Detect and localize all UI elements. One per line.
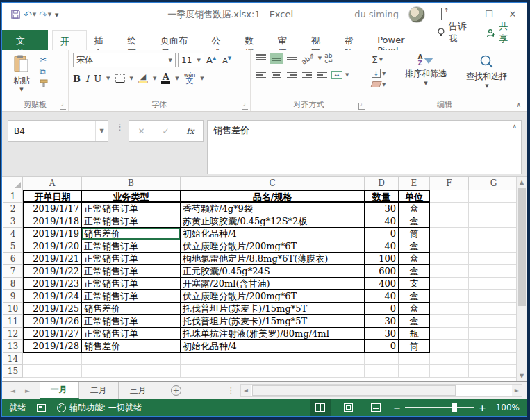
cell-A5[interactable]: 2019/1/20: [23, 240, 82, 253]
cell-E4[interactable]: 筒: [399, 228, 430, 240]
zoom-out-icon[interactable]: −: [393, 403, 401, 413]
decrease-font-icon[interactable]: A▼: [222, 56, 235, 65]
font-color-icon[interactable]: A: [161, 73, 170, 84]
cell-A8[interactable]: 2019/1/23: [23, 278, 82, 290]
cell-G5[interactable]: [469, 240, 519, 253]
cell-D6[interactable]: 100: [365, 253, 399, 265]
cell-D3[interactable]: 40: [365, 215, 399, 228]
cell-D13[interactable]: 0: [365, 340, 399, 353]
cell-D14[interactable]: [365, 353, 399, 365]
row-header-3[interactable]: 3: [3, 215, 23, 228]
cell-D1[interactable]: 数量: [365, 190, 399, 203]
cell-E2[interactable]: 盒: [399, 203, 430, 215]
zoom-slider[interactable]: [405, 407, 474, 408]
cell-E1[interactable]: 单位: [399, 190, 430, 203]
orientation-icon[interactable]: ab⇗: [300, 51, 316, 66]
row-header-8[interactable]: 8: [3, 278, 23, 290]
cell-G1[interactable]: [469, 190, 519, 203]
underline-icon[interactable]: U: [94, 74, 101, 84]
align-left-icon[interactable]: [255, 69, 267, 81]
select-all-corner[interactable]: [3, 177, 23, 190]
row-header-10[interactable]: 10: [3, 303, 23, 315]
minimize-button[interactable]: —: [458, 9, 472, 19]
autosum-icon[interactable]: Σ▼: [372, 54, 395, 65]
cell-F3[interactable]: [430, 215, 469, 228]
cell-B14[interactable]: [82, 353, 181, 365]
tab-数据[interactable]: 数据: [237, 30, 270, 50]
cell-G6[interactable]: [469, 253, 519, 265]
cell-G12[interactable]: [469, 328, 519, 340]
cell-C14[interactable]: [181, 353, 365, 365]
column-header-D[interactable]: D: [365, 177, 399, 190]
name-box-dropdown-icon[interactable]: ▼: [95, 121, 108, 141]
cell-A2[interactable]: 2019/1/17: [23, 203, 82, 215]
cell-C8[interactable]: 开塞露/20ml(含甘油): [181, 278, 365, 290]
enter-icon[interactable]: ✓: [162, 126, 169, 136]
cell-C7[interactable]: 正元胶囊/0.45g*24S: [181, 265, 365, 278]
cell-A7[interactable]: 2019/1/22: [23, 265, 82, 278]
cell-A10[interactable]: 2019/1/25: [23, 303, 82, 315]
increase-font-icon[interactable]: A▲: [206, 55, 220, 65]
cell-D5[interactable]: 40: [365, 240, 399, 253]
collapse-formula-bar-icon[interactable]: ∧: [512, 123, 517, 130]
horizontal-scrollbar[interactable]: ◄ ►: [240, 384, 522, 397]
formula-bar-splitter[interactable]: ⋮: [115, 121, 124, 132]
cell-E11[interactable]: 盒: [399, 315, 430, 328]
wrap-text-icon[interactable]: abc↵: [324, 53, 333, 64]
cell-D9[interactable]: 40: [365, 290, 399, 303]
row-header-9[interactable]: 9: [3, 290, 23, 303]
phonetic-guide-icon[interactable]: wén文: [184, 73, 196, 84]
merge-center-icon[interactable]: ↔: [331, 71, 342, 79]
cell-B2[interactable]: 正常销售订单: [82, 203, 181, 215]
cell-E12[interactable]: 瓶: [399, 328, 430, 340]
cell-E9[interactable]: 盒: [399, 290, 430, 303]
name-box[interactable]: B4 ▼: [8, 120, 108, 142]
sort-filter-button[interactable]: AZ 排序和筛选 ▼: [395, 53, 456, 100]
cell-F15[interactable]: [430, 365, 469, 378]
cell-C12[interactable]: 托珠单抗注射液(雅美罗)/80mg/4ml: [181, 328, 365, 340]
cell-F1[interactable]: [430, 190, 469, 203]
cell-G10[interactable]: [469, 303, 519, 315]
column-header-A[interactable]: A: [23, 177, 82, 190]
decrease-indent-icon[interactable]: [301, 69, 313, 81]
italic-icon[interactable]: I: [85, 74, 89, 84]
scroll-up-icon[interactable]: ▲: [520, 177, 524, 187]
row-header-1[interactable]: 1: [3, 190, 23, 203]
format-painter-icon[interactable]: [40, 79, 48, 90]
vertical-scrollbar[interactable]: ▲ ▼: [516, 177, 527, 381]
row-header-7[interactable]: 7: [3, 265, 23, 278]
fill-color-icon[interactable]: ◢: [138, 74, 148, 83]
cell-A3[interactable]: 2019/1/18: [23, 215, 82, 228]
cell-E6[interactable]: 盒: [399, 253, 430, 265]
tab-file[interactable]: 文件: [2, 30, 48, 50]
ribbon-display-options-icon[interactable]: [435, 9, 449, 19]
macro-record-icon[interactable]: [37, 404, 46, 412]
cancel-icon[interactable]: ✕: [138, 126, 144, 136]
cell-F11[interactable]: [430, 315, 469, 328]
cell-B4[interactable]: 销售差价: [82, 228, 181, 240]
cell-A13[interactable]: 2019/1/28: [23, 340, 82, 353]
top-align-icon[interactable]: [255, 53, 267, 64]
cell-F9[interactable]: [430, 290, 469, 303]
maximize-button[interactable]: ☐: [482, 9, 496, 19]
cell-B10[interactable]: 销售差价: [82, 303, 181, 315]
cell-G11[interactable]: [469, 315, 519, 328]
cell-D4[interactable]: 0: [365, 228, 399, 240]
close-button[interactable]: ✕: [506, 9, 520, 19]
row-header-2[interactable]: 2: [3, 203, 23, 215]
tab-公式[interactable]: 公式: [204, 30, 238, 50]
find-select-button[interactable]: 查找和选择 ▼: [456, 53, 517, 100]
alignment-dialog-launcher[interactable]: [358, 103, 365, 110]
page-layout-view-button[interactable]: [338, 399, 358, 416]
cell-B9[interactable]: 正常销售订单: [82, 290, 181, 303]
cell-F10[interactable]: [430, 303, 469, 315]
scroll-left-icon[interactable]: ◄: [241, 387, 251, 394]
column-header-B[interactable]: B: [82, 177, 181, 190]
collapse-ribbon-icon[interactable]: ∧: [516, 101, 521, 108]
tab-审阅[interactable]: 审阅: [270, 30, 304, 50]
font-name-select[interactable]: 宋体▼: [73, 53, 176, 67]
row-header-15[interactable]: 15: [3, 365, 23, 378]
column-header-E[interactable]: E: [399, 177, 430, 190]
sheet-nav-left-icon[interactable]: ◄: [10, 387, 15, 394]
row-header-13[interactable]: 13: [3, 340, 23, 353]
